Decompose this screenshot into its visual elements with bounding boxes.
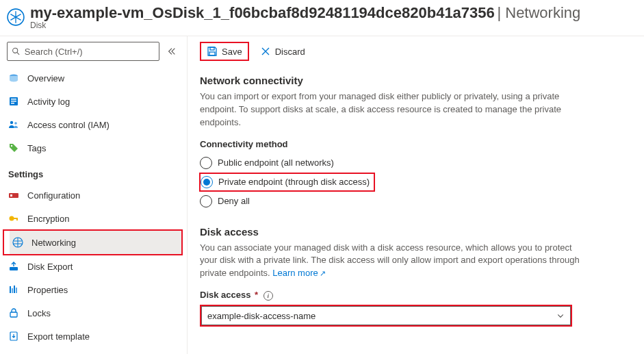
configuration-icon bbox=[8, 190, 19, 201]
nav-label: Disk Export bbox=[27, 262, 73, 272]
svg-rect-19 bbox=[12, 288, 13, 293]
radio-public-endpoint[interactable]: Public endpoint (all networks) bbox=[200, 153, 632, 173]
radio-deny-all[interactable]: Deny all bbox=[200, 192, 632, 211]
collapse-sidebar-button[interactable] bbox=[164, 43, 180, 60]
svg-rect-25 bbox=[209, 52, 215, 55]
section-disk-access-title: Disk access bbox=[200, 226, 632, 238]
resource-title: my-example-vm_OsDisk_1_f06bcbaf8d9248119… bbox=[30, 4, 495, 21]
lock-icon bbox=[8, 307, 19, 318]
svg-point-8 bbox=[10, 121, 13, 124]
nav-iam[interactable]: Access control (IAM) bbox=[0, 113, 187, 136]
properties-icon bbox=[8, 284, 19, 295]
svg-rect-5 bbox=[11, 99, 16, 100]
nav-export-template[interactable]: Export template bbox=[0, 325, 187, 348]
select-value: example-disk-access-name bbox=[207, 311, 315, 321]
nav-configuration[interactable]: Configuration bbox=[0, 184, 187, 207]
svg-point-9 bbox=[14, 122, 17, 125]
nav-label: Overview bbox=[27, 73, 64, 84]
svg-rect-18 bbox=[10, 286, 11, 293]
save-button[interactable]: Save bbox=[200, 42, 249, 61]
svg-rect-7 bbox=[11, 103, 14, 104]
nav-label: Activity log bbox=[27, 97, 70, 107]
search-icon bbox=[12, 47, 21, 56]
resource-type: Disk bbox=[30, 21, 633, 30]
radio-icon bbox=[200, 157, 212, 169]
nav-heading-settings: Settings bbox=[0, 160, 187, 184]
nav-overview[interactable]: Overview bbox=[0, 66, 187, 90]
disk-export-icon bbox=[8, 261, 19, 272]
close-icon bbox=[260, 46, 271, 57]
sidebar: Overview Activity log Access control (IA… bbox=[0, 36, 188, 354]
radio-icon bbox=[200, 195, 212, 207]
blade-section: | Networking bbox=[497, 4, 580, 21]
nav-label: Access control (IAM) bbox=[27, 120, 110, 130]
required-indicator: * bbox=[252, 290, 258, 300]
disk-resource-icon bbox=[7, 8, 25, 26]
radio-private-endpoint[interactable]: Private endpoint (through disk access) bbox=[199, 173, 375, 192]
nav-label: Configuration bbox=[27, 190, 80, 201]
main-content: Save Discard Network connectivity You ca… bbox=[188, 36, 644, 354]
encryption-icon bbox=[8, 213, 19, 224]
nav-activity-log[interactable]: Activity log bbox=[0, 90, 187, 113]
nav-tags[interactable]: Tags bbox=[0, 136, 187, 160]
export-template-icon bbox=[8, 331, 19, 342]
svg-rect-20 bbox=[14, 286, 15, 293]
radio-label: Public endpoint (all networks) bbox=[218, 157, 334, 168]
section-network-connectivity-desc: You can import or export from your manag… bbox=[200, 90, 583, 129]
nav-disk-export[interactable]: Disk Export bbox=[0, 255, 187, 278]
sidebar-search[interactable] bbox=[7, 42, 159, 61]
page-header: my-example-vm_OsDisk_1_f06bcbaf8d9248119… bbox=[0, 0, 644, 36]
discard-label: Discard bbox=[275, 47, 305, 57]
connectivity-method-group: Public endpoint (all networks) Private e… bbox=[200, 153, 632, 211]
info-icon[interactable]: i bbox=[263, 291, 273, 301]
activity-log-icon bbox=[8, 96, 19, 107]
save-icon bbox=[207, 46, 218, 57]
nav-label: Properties bbox=[27, 285, 68, 295]
tags-icon bbox=[8, 142, 19, 153]
radio-label: Deny all bbox=[218, 196, 250, 206]
nav-label: Export template bbox=[27, 331, 90, 342]
svg-rect-12 bbox=[10, 194, 12, 197]
networking-icon bbox=[12, 237, 23, 248]
svg-rect-17 bbox=[10, 267, 18, 270]
svg-rect-6 bbox=[11, 101, 16, 102]
svg-point-10 bbox=[11, 145, 12, 147]
disk-access-select[interactable]: example-disk-access-name bbox=[201, 306, 571, 325]
learn-more-link[interactable]: Learn more↗ bbox=[272, 268, 325, 278]
nav-label: Tags bbox=[27, 143, 46, 153]
disk-access-field-label: Disk access * i bbox=[200, 290, 632, 301]
connectivity-method-label: Connectivity method bbox=[200, 139, 632, 149]
nav-properties[interactable]: Properties bbox=[0, 278, 187, 301]
nav-label: Encryption bbox=[27, 214, 69, 224]
section-network-connectivity-title: Network connectivity bbox=[200, 75, 632, 86]
save-label: Save bbox=[222, 47, 242, 57]
svg-rect-15 bbox=[16, 218, 18, 220]
external-link-icon: ↗ bbox=[320, 269, 326, 277]
svg-point-1 bbox=[13, 48, 18, 53]
chevron-down-icon bbox=[556, 312, 565, 320]
discard-button[interactable]: Discard bbox=[255, 43, 311, 60]
search-input[interactable] bbox=[25, 47, 155, 57]
radio-label: Private endpoint (through disk access) bbox=[218, 177, 370, 187]
nav-label: Networking bbox=[31, 238, 76, 248]
iam-icon bbox=[8, 119, 19, 130]
radio-icon bbox=[201, 176, 213, 188]
nav-label: Locks bbox=[27, 308, 51, 318]
svg-rect-21 bbox=[16, 288, 17, 293]
overview-icon bbox=[8, 73, 19, 84]
toolbar: Save Discard bbox=[200, 36, 632, 66]
svg-rect-24 bbox=[210, 47, 214, 50]
nav-locks[interactable]: Locks bbox=[0, 301, 187, 325]
section-disk-access-desc: You can associate your managed disk with… bbox=[200, 242, 583, 281]
svg-line-2 bbox=[17, 53, 19, 55]
svg-rect-22 bbox=[10, 312, 17, 317]
nav-networking[interactable]: Networking bbox=[10, 231, 181, 254]
chevron-double-left-icon bbox=[167, 47, 177, 56]
nav-encryption[interactable]: Encryption bbox=[0, 207, 187, 230]
